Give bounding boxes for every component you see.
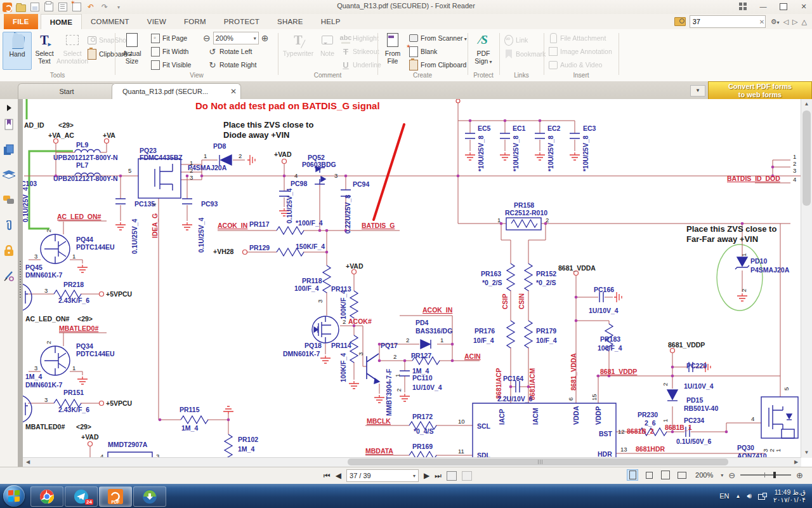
minimize-button[interactable]: —: [757, 1, 769, 11]
first-page-icon[interactable]: ⏮: [324, 471, 331, 480]
taskbar-clock[interactable]: 11:49 ق.ظ ۲۰۱۷/۰۱/۰۴: [773, 488, 806, 504]
search-icon[interactable]: [674, 17, 686, 26]
schematic-label: PD10: [750, 257, 767, 265]
continuous-facing-layout-icon[interactable]: [676, 469, 688, 481]
schematic-label: *10U/25V_8: [512, 135, 520, 171]
scroll-up-icon[interactable]: ▲: [802, 99, 811, 109]
restore-button[interactable]: [778, 1, 789, 11]
schematic-label: DMN601K-7: [25, 271, 63, 279]
blank-button[interactable]: Blank: [409, 46, 437, 57]
volume-icon[interactable]: 🔊︎: [747, 491, 752, 500]
schematic-label: PD4: [416, 319, 429, 326]
page-view-alt-icon: [462, 471, 472, 481]
schematic-label: +5VPCU: [106, 290, 132, 298]
status-zoom-value[interactable]: 200%: [695, 471, 713, 479]
ribbon-tab-comment[interactable]: COMMENT: [82, 14, 138, 29]
attachments-icon[interactable]: [3, 220, 15, 232]
schematic-label: 100K/F_4: [339, 290, 347, 319]
layers-icon[interactable]: [3, 169, 15, 182]
vertical-scrollbar[interactable]: ▲ ▼: [801, 99, 812, 458]
language-indicator[interactable]: EN: [719, 492, 729, 500]
horizontal-scroll-thumb[interactable]: [348, 458, 728, 465]
find-next-icon[interactable]: ▷: [792, 18, 797, 26]
actual-size-button[interactable]: ActualSize: [118, 32, 146, 69]
comments-icon[interactable]: [3, 194, 15, 207]
pages-icon[interactable]: [3, 144, 15, 156]
page-number-combobox[interactable]: 37 / 39▾: [346, 469, 419, 482]
scroll-left-icon[interactable]: ◀: [23, 458, 33, 466]
ui-layout-icon[interactable]: [737, 1, 749, 11]
schematic-label: 5: [128, 167, 131, 174]
zoom-in-status-icon[interactable]: ⊕: [796, 471, 803, 480]
schematic-label: 3: [793, 167, 796, 174]
taskbar-chrome-button[interactable]: [30, 486, 63, 507]
signature-icon[interactable]: [3, 269, 15, 282]
select-text-button[interactable]: T▸ SelectText: [30, 32, 58, 69]
taskbar-idm-button[interactable]: [133, 486, 166, 507]
security-lock-icon[interactable]: [3, 244, 15, 257]
ribbon-tab-file[interactable]: FILE: [4, 14, 38, 29]
rotate-right-button[interactable]: ↻ Rotate Right: [208, 59, 256, 70]
expand-panel-icon[interactable]: [3, 102, 15, 114]
ribbon-tab-protect[interactable]: PROTECT: [215, 14, 268, 29]
from-file-button[interactable]: FromFile: [381, 32, 405, 69]
close-tab-icon[interactable]: ✕: [230, 84, 237, 100]
schematic-label: 3: [44, 287, 48, 294]
zoom-in-icon[interactable]: ⊕: [261, 33, 269, 43]
previous-page-icon[interactable]: ◀: [336, 471, 341, 480]
from-scanner-button[interactable]: From Scanner: [409, 32, 467, 44]
taskbar-foxit-button[interactable]: PDF: [99, 486, 132, 507]
close-button[interactable]: ✕: [798, 1, 809, 11]
show-hidden-icons[interactable]: ▲: [736, 493, 741, 499]
schematic-label: 4: [294, 172, 298, 179]
ribbon-tab-help[interactable]: HELP: [312, 14, 350, 29]
banner-dropdown-icon[interactable]: ▾: [690, 85, 705, 97]
zoom-level-combobox[interactable]: 200%▾: [213, 32, 259, 44]
document-canvas[interactable]: Do Not add test pad on BATDIS_G signalPl…: [23, 99, 812, 467]
fit-page-button[interactable]: Fit Page: [151, 32, 187, 44]
zoom-dropdown-icon[interactable]: ▾: [721, 472, 723, 478]
schematic-label: 100/F_4: [598, 344, 622, 352]
single-page-layout-icon[interactable]: [627, 469, 638, 481]
ribbon-tab-form[interactable]: FORM: [175, 14, 215, 29]
schematic-label: RB501V-40: [684, 404, 718, 412]
zoom-out-status-icon[interactable]: ⊖: [728, 471, 735, 480]
tab-start[interactable]: Start: [18, 83, 115, 100]
ribbon-tab-view[interactable]: VIEW: [138, 14, 175, 29]
vertical-scroll-thumb[interactable]: [802, 110, 811, 206]
hand-tool-button[interactable]: Hand: [3, 32, 32, 70]
zoom-out-icon[interactable]: ⊖: [203, 33, 211, 43]
from-clipboard-button[interactable]: From Clipboard: [409, 59, 466, 70]
last-page-icon[interactable]: ⏭: [435, 471, 442, 480]
taskbar-telegram-button[interactable]: 24: [65, 486, 98, 507]
schematic-label: *100/F_4: [296, 219, 323, 227]
scroll-right-icon[interactable]: ▶: [791, 458, 801, 466]
next-page-icon[interactable]: ▶: [424, 471, 429, 480]
ribbon-tab-share[interactable]: SHARE: [268, 14, 312, 29]
convert-forms-banner[interactable]: Convert PDF formsto web forms: [708, 81, 812, 101]
facing-layout-icon[interactable]: [660, 469, 671, 481]
fit-width-button[interactable]: Fit Width: [151, 46, 188, 57]
schematic-label: 3: [44, 396, 48, 403]
bookmarks-icon[interactable]: [3, 118, 15, 131]
rotate-left-button[interactable]: ↺ Rotate Left: [208, 46, 252, 57]
schematic-label: 0.1U/50V_6: [676, 438, 712, 445]
ribbon-tab-home[interactable]: HOME: [41, 14, 82, 29]
clear-search-icon[interactable]: ✕: [759, 18, 767, 25]
start-button[interactable]: [3, 485, 25, 507]
find-options-gear-icon[interactable]: ⚙▾: [771, 18, 780, 26]
tab-document[interactable]: Quanta_R13.pdf (SECUR... ✕: [112, 83, 241, 100]
pdf-sign-button[interactable]: ⁄S PDFSign: [469, 32, 497, 69]
schematic-label: PL7: [76, 161, 88, 169]
collapse-ribbon-icon[interactable]: △: [802, 18, 807, 26]
continuous-layout-icon[interactable]: [643, 469, 655, 481]
scroll-down-icon[interactable]: ▼: [802, 448, 811, 458]
zoom-slider[interactable]: [740, 474, 791, 476]
page-view-icon[interactable]: [447, 471, 457, 481]
zoom-slider-thumb[interactable]: [773, 472, 776, 478]
search-input[interactable]: [690, 15, 766, 28]
find-previous-icon[interactable]: ◁: [783, 18, 789, 26]
network-icon[interactable]: [758, 493, 767, 500]
horizontal-scrollbar[interactable]: ◀ ▶: [23, 457, 801, 467]
fit-visible-button[interactable]: Fit Visible: [151, 59, 191, 70]
